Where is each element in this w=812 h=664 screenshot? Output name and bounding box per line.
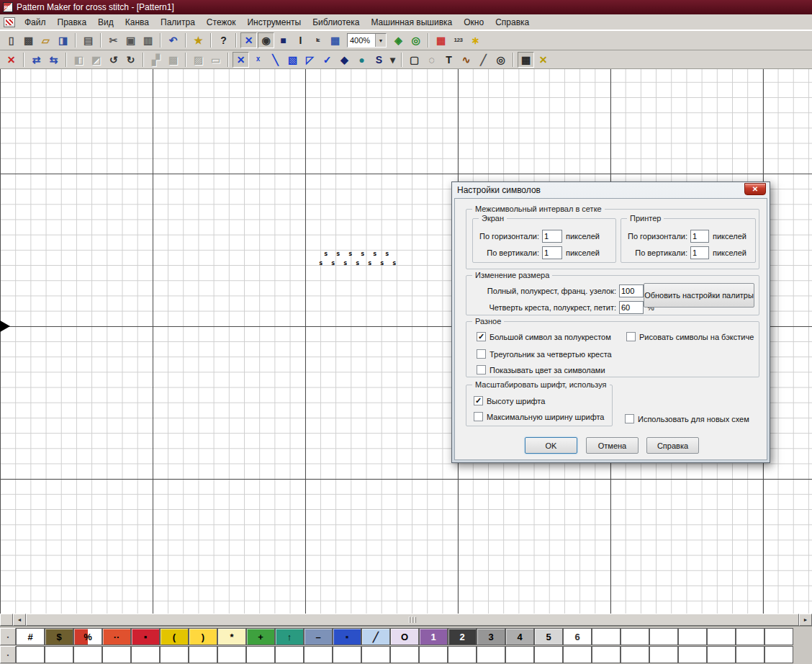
palette-cell-14[interactable]: [390, 646, 419, 663]
french-knot-tool-button[interactable]: ◆: [336, 52, 353, 68]
view-petite-backstitch-button[interactable]: Iᴇ: [310, 32, 326, 48]
palette-cell-4[interactable]: ··: [102, 628, 131, 645]
print-button[interactable]: ▤: [80, 32, 96, 48]
palette-cell-11[interactable]: [304, 646, 333, 663]
cut-button[interactable]: ✂: [105, 32, 122, 48]
palette-cell-19[interactable]: 5: [534, 628, 563, 645]
palette-cell-13[interactable]: [361, 646, 390, 663]
palette-cell-3[interactable]: [73, 646, 102, 663]
palette-cell-16[interactable]: 2: [448, 628, 477, 645]
view-stitches-button[interactable]: ◉: [258, 32, 274, 48]
palette-cell-6[interactable]: [160, 646, 189, 663]
menu-item-7[interactable]: Инструменты: [241, 16, 307, 29]
new-pattern-button[interactable]: ▯: [3, 32, 19, 48]
menu-item-9[interactable]: Машинная вышивка: [365, 16, 458, 29]
palette-cell-12[interactable]: [333, 646, 361, 663]
zoom-combobox[interactable]: 400%: [347, 33, 387, 48]
menu-item-2[interactable]: Правка: [52, 16, 93, 29]
palette-cell-17[interactable]: [477, 646, 505, 663]
scroll-left-button[interactable]: [13, 614, 26, 626]
rotate-left-button[interactable]: ↺: [105, 52, 122, 68]
palette-cell-6[interactable]: (: [160, 628, 189, 645]
palette-manager-button[interactable]: ▦: [433, 32, 449, 48]
delete-selection-button[interactable]: ✕: [3, 52, 19, 68]
select-rectangle-tool-button[interactable]: ▢: [406, 52, 423, 68]
menu-item-5[interactable]: Палитра: [155, 16, 201, 29]
update-palette-settings-button[interactable]: Обновить настройки палитры: [644, 283, 754, 308]
half-cross-tool-button[interactable]: ╲: [267, 52, 284, 68]
palette-cell-12[interactable]: ▪: [333, 628, 361, 645]
palette-cell-23[interactable]: [649, 646, 678, 663]
palette-cell-25[interactable]: [707, 646, 736, 663]
palette-cell-10[interactable]: ↑: [275, 628, 304, 645]
special-stitch-dropdown-button[interactable]: ▾: [388, 52, 397, 68]
save-pattern-button[interactable]: ◨: [55, 32, 71, 48]
palette-cell-2[interactable]: $: [45, 628, 73, 645]
screen-horizontal-input[interactable]: [542, 230, 562, 243]
view-solid-color-button[interactable]: ■: [275, 32, 292, 48]
font-max-width-checkbox-box[interactable]: [474, 412, 483, 421]
scroll-right-button[interactable]: [799, 614, 812, 626]
swap-colors-button[interactable]: ⇄: [28, 52, 45, 68]
horizontal-scrollbar[interactable]: [0, 614, 812, 626]
use-for-new-schemes-checkbox-box[interactable]: [625, 414, 634, 423]
menu-item-4[interactable]: Канва: [119, 16, 155, 29]
menu-item-3[interactable]: Вид: [92, 16, 119, 29]
menu-item-11[interactable]: Справка: [490, 16, 535, 29]
palette-cell-23[interactable]: [649, 628, 678, 645]
petite-cross-tool-button[interactable]: ˣ: [250, 52, 266, 68]
palette-cell-24[interactable]: [678, 646, 707, 663]
select-ellipse-tool-button[interactable]: ◌: [423, 52, 440, 68]
palette-cell-14[interactable]: O: [390, 628, 419, 645]
palette-cell-22[interactable]: [621, 628, 649, 645]
palette-cell-9[interactable]: +: [246, 628, 275, 645]
palette-cell-7[interactable]: [189, 646, 217, 663]
zoom-dropdown-icon[interactable]: [375, 34, 386, 47]
quarter-cross-tool-button[interactable]: ◸: [302, 52, 318, 68]
palette-cell-5[interactable]: ▪: [131, 628, 160, 645]
palette-cell-21[interactable]: [592, 646, 621, 663]
stitch-numbers-button[interactable]: 123: [450, 32, 466, 48]
palette-cell-8[interactable]: *: [217, 628, 246, 645]
font-height-checkbox[interactable]: Высоту шрифта: [474, 396, 545, 405]
palette-cell-26[interactable]: [736, 646, 764, 663]
special-stitch-tool-button[interactable]: S: [371, 52, 387, 68]
half-cross-back-tool-button[interactable]: ▧: [284, 52, 301, 68]
palette-cell-15[interactable]: [419, 646, 448, 663]
show-color-checkbox-box[interactable]: [477, 365, 486, 374]
zoom-tool-button[interactable]: ◎: [492, 52, 509, 68]
scrollbar-thumb[interactable]: [26, 614, 799, 626]
palette-cell-20[interactable]: [563, 646, 592, 663]
view-symbols-button[interactable]: ▦: [327, 32, 343, 48]
menu-item-10[interactable]: Окно: [458, 16, 490, 29]
view-backstitch-button[interactable]: I: [292, 32, 309, 48]
triangle-checkbox-box[interactable]: [477, 349, 486, 359]
replace-colors-button[interactable]: ⇆: [45, 52, 62, 68]
file-import-button[interactable]: ▩: [20, 32, 37, 48]
backstitch-symbols-checkbox[interactable]: Рисовать символы на бэкстиче: [626, 332, 754, 341]
palette-cell-25[interactable]: [707, 628, 736, 645]
properties-button[interactable]: ★: [190, 32, 207, 48]
ruler-marker-arrow[interactable]: [0, 320, 10, 332]
palette-cell-10[interactable]: [275, 646, 304, 663]
palette-cell-16[interactable]: [448, 646, 477, 663]
palette-cell-3[interactable]: %: [73, 628, 102, 645]
scrollbar-track[interactable]: [26, 614, 799, 626]
dialog-titlebar[interactable]: Настройки символов: [452, 182, 770, 198]
help-button[interactable]: Справка: [646, 437, 699, 454]
palette-cell-8[interactable]: [217, 646, 246, 663]
palette-cell-9[interactable]: [246, 646, 275, 663]
menu-item-8[interactable]: Библиотека: [307, 16, 365, 29]
bead-tool-button[interactable]: ●: [353, 52, 370, 68]
cancel-button[interactable]: Отмена: [586, 437, 639, 454]
use-for-new-schemes-checkbox[interactable]: Использовать для новых схем: [625, 414, 749, 423]
freehand-select-tool-button[interactable]: ∿: [458, 52, 474, 68]
rotate-right-button[interactable]: ↻: [122, 52, 139, 68]
window-titlebar[interactable]: PM Pattern Maker for cross stitch - [Pat…: [0, 0, 812, 14]
eyedropper-tool-button[interactable]: ╱: [475, 52, 492, 68]
printer-vertical-input[interactable]: [690, 246, 709, 259]
zoom-selection-button[interactable]: ◎: [407, 32, 424, 48]
palette-cell-19[interactable]: [534, 646, 563, 663]
palette-header-cell[interactable]: ▪: [0, 628, 16, 645]
big-symbol-checkbox[interactable]: Большой символ за полукрестом: [477, 332, 611, 341]
